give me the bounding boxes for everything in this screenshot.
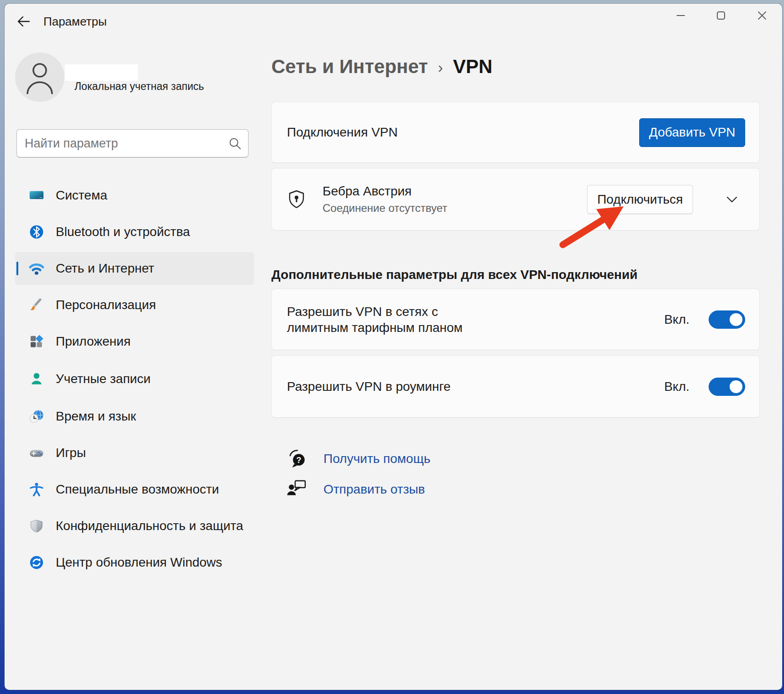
sidebar-item-label: Приложения (56, 334, 131, 349)
add-vpn-button[interactable]: Добавить VPN (639, 118, 745, 147)
sidebar-item-privacy[interactable]: Конфиденциальность и защита (15, 510, 254, 542)
account-type-label: Локальная учетная запись (74, 80, 204, 93)
allow-metered-label: Разрешить VPN в сетях с лимитным тарифны… (287, 304, 502, 336)
toggle-knob (730, 313, 742, 326)
toggle-knob (730, 380, 742, 393)
maximize-button[interactable] (711, 5, 731, 26)
search-icon (228, 137, 241, 150)
allow-metered-toggle[interactable] (709, 310, 745, 329)
send-feedback-label: Отправить отзыв (323, 482, 425, 497)
get-help-icon: ? (286, 448, 308, 470)
sidebar-item-system[interactable]: Система (15, 179, 254, 212)
sidebar-item-personalization[interactable]: Персонализация (15, 289, 254, 321)
search-box (16, 129, 249, 158)
allow-roaming-toggle[interactable] (709, 378, 745, 396)
sidebar-item-label: Сеть и Интернет (56, 261, 154, 276)
accessibility-icon (28, 481, 45, 498)
redacted-account-name (65, 64, 138, 81)
sidebar-item-label: Конфиденциальность и защита (56, 519, 243, 533)
svg-text:?: ? (297, 456, 302, 465)
allow-roaming-card: Разрешить VPN в роуминге Вкл. (271, 355, 760, 418)
desktop: { "titlebar": { "title": "Параметры" }, … (0, 0, 784, 694)
apps-icon (28, 333, 45, 350)
settings-window: Параметры Локальная учетная запись (5, 4, 782, 690)
connection-name: Бебра Австрия (323, 184, 447, 199)
gaming-icon (28, 445, 45, 461)
connection-info: Бебра Австрия Соединение отсутствует (323, 184, 447, 215)
sidebar-item-label: Специальные возможности (56, 482, 219, 497)
close-icon (757, 11, 767, 21)
sidebar-item-label: Bluetooth и устройства (56, 225, 190, 239)
connection-status: Соединение отсутствует (323, 202, 447, 215)
get-help-label: Получить помощь (323, 452, 430, 466)
sidebar-item-label: Центр обновления Windows (56, 555, 222, 570)
search-input[interactable] (16, 129, 249, 158)
back-button[interactable] (14, 13, 34, 30)
sidebar-item-label: Время и язык (56, 409, 136, 424)
window-title: Параметры (43, 15, 107, 29)
network-icon (28, 260, 45, 277)
user-icon (24, 59, 56, 95)
sidebar-item-network[interactable]: Сеть и Интернет (15, 252, 254, 285)
close-button[interactable] (752, 5, 772, 26)
expand-connection-button[interactable] (723, 190, 741, 209)
accounts-icon (28, 371, 45, 387)
chevron-down-icon (725, 195, 739, 205)
sidebar-item-label: Персонализация (56, 298, 156, 312)
sidebar-item-label: Игры (56, 446, 86, 460)
allow-roaming-label: Разрешить VPN в роуминге (287, 379, 450, 394)
allow-metered-state-label: Вкл. (664, 312, 689, 327)
vpn-connections-label: Подключения VPN (287, 125, 397, 140)
advanced-section-heading: Дополнительные параметры для всех VPN-по… (271, 268, 637, 282)
send-feedback-link[interactable]: Отправить отзыв (286, 478, 425, 500)
windows-update-icon (28, 554, 45, 571)
allow-roaming-state-label: Вкл. (664, 379, 689, 394)
breadcrumb-separator-icon: › (438, 57, 443, 76)
sidebar-item-time-language[interactable]: Время и язык (15, 400, 254, 433)
sidebar-item-label: Система (56, 188, 107, 203)
breadcrumb: Сеть и Интернет › VPN (271, 48, 493, 85)
vpn-connections-card: Подключения VPN Добавить VPN (271, 102, 760, 163)
vpn-shield-icon (287, 189, 306, 210)
breadcrumb-parent[interactable]: Сеть и Интернет (271, 56, 428, 78)
maximize-icon (716, 11, 726, 21)
sidebar-item-windows-update[interactable]: Центр обновления Windows (15, 546, 254, 579)
sidebar-item-label: Учетные записи (56, 372, 151, 386)
back-arrow-icon (17, 16, 31, 27)
send-feedback-icon (286, 478, 308, 500)
time-language-icon (28, 408, 45, 425)
sidebar-item-gaming[interactable]: Игры (15, 436, 254, 469)
get-help-link[interactable]: ? Получить помощь (286, 448, 430, 470)
avatar (15, 53, 64, 102)
connect-button[interactable]: Подключиться (587, 185, 693, 214)
sidebar-item-apps[interactable]: Приложения (15, 325, 254, 358)
bluetooth-icon (28, 224, 45, 240)
system-icon (28, 187, 45, 204)
vpn-connection-row: Бебра Австрия Соединение отсутствует Под… (271, 168, 760, 231)
sidebar-item-bluetooth[interactable]: Bluetooth и устройства (15, 216, 254, 248)
page-title: VPN (453, 56, 493, 78)
allow-metered-card: Разрешить VPN в сетях с лимитным тарифны… (271, 289, 760, 350)
minimize-icon (676, 11, 686, 21)
minimize-button[interactable] (671, 5, 691, 26)
sidebar-item-accessibility[interactable]: Специальные возможности (15, 473, 254, 506)
privacy-icon (28, 518, 45, 534)
personalization-icon (28, 297, 45, 313)
sidebar-item-accounts[interactable]: Учетные записи (15, 363, 254, 395)
